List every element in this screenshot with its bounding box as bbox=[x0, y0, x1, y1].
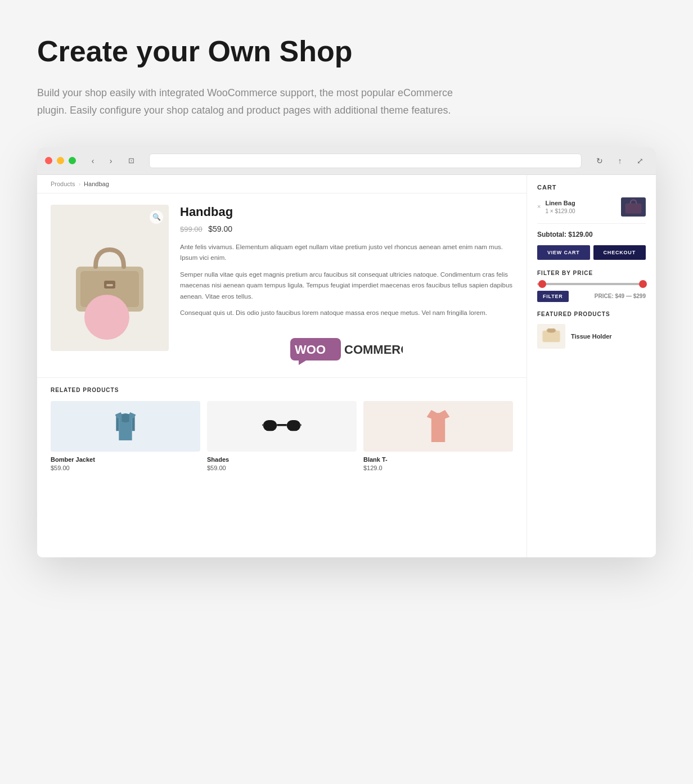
view-cart-button[interactable]: VIEW CART bbox=[537, 245, 590, 260]
browser-mockup: ‹ › ⊡ ↻ ↑ ⤢ Shop SHOWING 1-12 OF 15 RESU… bbox=[37, 147, 656, 557]
product-description-3: Consequat quis ut. Dis odio justo faucib… bbox=[180, 308, 513, 319]
shop-main: Shop SHOWING 1-12 OF 15 RESULTS Default … bbox=[37, 175, 526, 557]
svg-rect-9 bbox=[287, 420, 301, 431]
featured-item-1: Tissue Holder bbox=[537, 324, 646, 349]
price-slider[interactable] bbox=[537, 283, 646, 285]
svg-marker-5 bbox=[299, 361, 306, 365]
cart-item-name: Linen Bag bbox=[545, 200, 616, 206]
related-product-3: Blank T- $129.0 bbox=[363, 401, 513, 471]
featured-title: FEATURED PRODUCTS bbox=[537, 311, 646, 317]
product-price-old: $99.00 bbox=[180, 225, 202, 233]
cart-item-qty-price: 1 × $129.00 bbox=[545, 208, 616, 214]
price-slider-thumb-left[interactable] bbox=[538, 280, 546, 288]
filter-button[interactable]: FILTER bbox=[537, 291, 569, 302]
related-products-grid: Bomber Jacket $59.00 bbox=[51, 401, 513, 471]
product-detail-overlay: Products › Handbag bbox=[37, 175, 526, 557]
product-price-row: $99.00 $59.00 bbox=[180, 224, 513, 234]
browser-toolbar: ‹ › ⊡ ↻ ↑ ⤢ bbox=[37, 147, 656, 175]
svg-text:COMMERCE: COMMERCE bbox=[344, 343, 403, 357]
maximize-dot[interactable] bbox=[69, 157, 76, 164]
product-price-new: $59.00 bbox=[208, 224, 232, 233]
shades-icon bbox=[262, 416, 302, 436]
price-slider-thumb-right[interactable] bbox=[639, 280, 647, 288]
fullscreen-button[interactable]: ⤢ bbox=[632, 153, 648, 169]
cart-action-buttons: VIEW CART CHECKOUT bbox=[537, 245, 646, 260]
related-products-section: RELATED PRODUCTS bbox=[37, 377, 526, 480]
product-image-box: 🔍 bbox=[51, 205, 169, 351]
featured-item-1-img bbox=[537, 324, 565, 349]
forward-button[interactable]: › bbox=[103, 153, 119, 169]
cart-subtotal-label: Subtotal: bbox=[537, 231, 566, 238]
price-range-text: PRICE: $49 — $299 bbox=[595, 293, 646, 299]
page-title: Create your Own Shop bbox=[37, 34, 656, 69]
share-button[interactable]: ↑ bbox=[612, 153, 628, 169]
cart-widget: CART × Linen Bag 1 × $129.00 bbox=[537, 184, 646, 260]
svg-rect-13 bbox=[626, 203, 642, 213]
related-bomber-jacket-icon bbox=[111, 407, 140, 446]
zoom-icon[interactable]: 🔍 bbox=[150, 210, 163, 224]
checkout-button[interactable]: CHECKOUT bbox=[593, 245, 646, 260]
svg-rect-11 bbox=[262, 424, 264, 426]
refresh-button[interactable]: ↻ bbox=[592, 153, 608, 169]
cart-subtotal-value: $129.00 bbox=[568, 231, 592, 238]
product-name: Handbag bbox=[180, 205, 513, 219]
related-product-3-price: $129.0 bbox=[363, 465, 513, 471]
breadcrumb-handbag: Handbag bbox=[84, 181, 109, 187]
tshirt-icon bbox=[424, 408, 452, 444]
address-bar[interactable] bbox=[149, 154, 582, 168]
filter-controls: FILTER PRICE: $49 — $299 bbox=[537, 291, 646, 302]
related-product-2: Shades $59.00 bbox=[207, 401, 357, 471]
related-product-1-img bbox=[51, 401, 200, 452]
cart-item-remove-button[interactable]: × bbox=[537, 204, 541, 210]
svg-rect-12 bbox=[300, 424, 302, 426]
cart-item-bag-icon bbox=[623, 199, 644, 215]
woocommerce-logo: WOO COMMERCE bbox=[180, 328, 513, 366]
product-info: Handbag $99.00 $59.00 Ante felis vivamus… bbox=[180, 205, 513, 366]
svg-rect-8 bbox=[263, 420, 277, 431]
filter-section: FILTER BY PRICE FILTER PRICE: $49 — $299 bbox=[537, 270, 646, 302]
breadcrumb-products-link[interactable]: Products bbox=[51, 181, 75, 187]
cart-title: CART bbox=[537, 184, 646, 191]
related-product-1: Bomber Jacket $59.00 bbox=[51, 401, 200, 471]
filter-title: FILTER BY PRICE bbox=[537, 270, 646, 276]
featured-item-1-name: Tissue Holder bbox=[571, 333, 612, 340]
breadcrumb-sep-1: › bbox=[78, 181, 80, 187]
browser-navigation: ‹ › bbox=[85, 153, 119, 169]
cart-item-details: Linen Bag 1 × $129.00 bbox=[545, 200, 616, 214]
svg-text:WOO: WOO bbox=[295, 343, 326, 357]
related-product-2-price: $59.00 bbox=[207, 465, 357, 471]
layout-button[interactable]: ⊡ bbox=[123, 153, 139, 169]
related-product-3-name: Blank T- bbox=[363, 456, 513, 463]
cart-item-image bbox=[621, 197, 646, 217]
related-product-1-name: Bomber Jacket bbox=[51, 456, 200, 463]
cart-subtotal: Subtotal: $129.00 bbox=[537, 231, 646, 238]
minimize-dot[interactable] bbox=[57, 157, 64, 164]
cart-item: × Linen Bag 1 × $129.00 bbox=[537, 197, 646, 224]
svg-rect-16 bbox=[547, 328, 555, 332]
svg-rect-3 bbox=[106, 284, 113, 286]
price-slider-fill bbox=[537, 283, 646, 285]
related-product-1-price: $59.00 bbox=[51, 465, 200, 471]
related-product-3-img bbox=[363, 401, 513, 452]
decorative-circle bbox=[84, 295, 129, 340]
shop-sidebar: CART × Linen Bag 1 × $129.00 bbox=[526, 175, 656, 557]
browser-actions: ↻ ↑ ⤢ bbox=[592, 153, 648, 169]
breadcrumb: Products › Handbag bbox=[37, 175, 526, 193]
product-description-2: Semper nulla vitae quis eget magnis pret… bbox=[180, 269, 513, 303]
related-product-2-img bbox=[207, 401, 357, 452]
product-detail: 🔍 Handbag $99.00 $59.00 Ante felis vivam… bbox=[37, 193, 526, 377]
close-dot[interactable] bbox=[45, 157, 52, 164]
related-products-title: RELATED PRODUCTS bbox=[51, 387, 513, 393]
woocommerce-logo-svg: WOO COMMERCE bbox=[290, 337, 403, 366]
shop-content: Shop SHOWING 1-12 OF 15 RESULTS Default … bbox=[37, 175, 656, 557]
product-description-1: Ante felis vivamus. Elementum aliquam eg… bbox=[180, 242, 513, 264]
tissue-holder-icon bbox=[541, 327, 562, 345]
back-button[interactable]: ‹ bbox=[85, 153, 101, 169]
hero-description: Build your shop easily with integrated W… bbox=[37, 84, 453, 119]
featured-section: FEATURED PRODUCTS Tissue Holder bbox=[537, 311, 646, 349]
svg-rect-10 bbox=[277, 424, 287, 426]
related-product-2-name: Shades bbox=[207, 456, 357, 463]
